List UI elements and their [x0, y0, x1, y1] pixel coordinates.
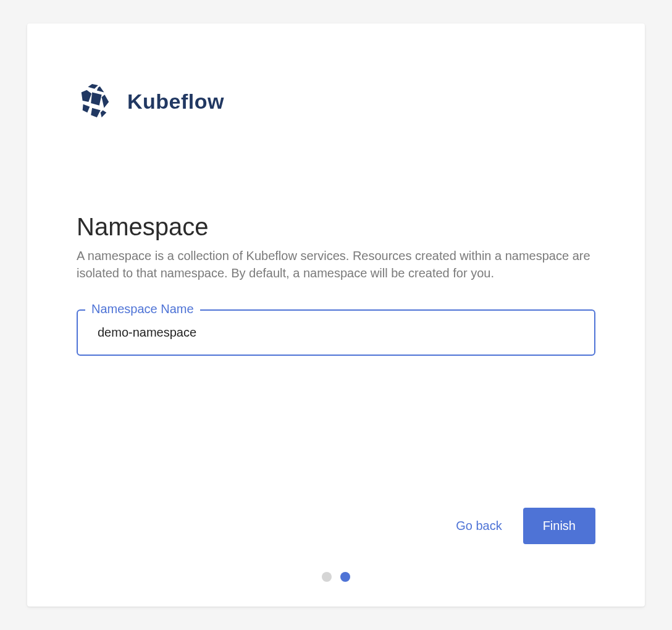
namespace-name-label: Namespace Name	[85, 302, 200, 316]
svg-marker-2	[82, 90, 91, 102]
svg-marker-7	[101, 111, 107, 118]
kubeflow-logo-icon	[77, 82, 112, 120]
svg-marker-4	[102, 94, 109, 107]
svg-marker-5	[83, 104, 90, 113]
namespace-name-field-wrap: Namespace Name	[77, 309, 595, 356]
page-description: A namespace is a collection of Kubeflow …	[77, 247, 595, 282]
namespace-name-input[interactable]	[77, 309, 595, 356]
svg-marker-6	[91, 108, 100, 117]
step-dot-1[interactable]	[322, 572, 332, 582]
svg-marker-0	[88, 84, 98, 89]
finish-button[interactable]: Finish	[523, 508, 595, 544]
step-dot-2[interactable]	[340, 572, 350, 582]
setup-card: Kubeflow Namespace A namespace is a coll…	[27, 23, 645, 607]
go-back-button[interactable]: Go back	[440, 510, 518, 542]
svg-marker-1	[97, 86, 104, 93]
brand-name: Kubeflow	[127, 90, 224, 114]
page-title: Namespace	[77, 213, 595, 241]
svg-marker-3	[91, 93, 101, 106]
spacer	[77, 380, 595, 508]
brand-row: Kubeflow	[77, 82, 595, 120]
step-pager	[77, 572, 595, 582]
action-buttons: Go back Finish	[77, 508, 595, 544]
